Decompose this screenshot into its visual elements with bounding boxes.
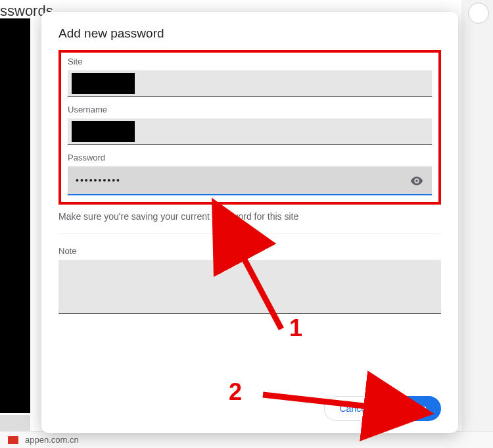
note-input[interactable]: [59, 260, 441, 314]
cancel-button[interactable]: Cancel: [324, 396, 383, 421]
divider: [59, 234, 441, 234]
footer-bar: appen.com.cn: [0, 431, 493, 448]
save-button[interactable]: Save: [391, 396, 441, 421]
note-field: Note: [59, 246, 441, 316]
helper-text: Make sure you're saving your current pas…: [59, 211, 441, 222]
site-label: Site: [68, 57, 432, 66]
favicon-icon: [8, 436, 18, 444]
password-label: Password: [68, 153, 432, 162]
dialog-buttons: Cancel Save: [324, 396, 441, 421]
site-redaction: [72, 73, 135, 94]
password-input[interactable]: [68, 166, 432, 195]
password-field: Password: [68, 153, 432, 195]
note-label: Note: [59, 246, 441, 256]
bg-right-strip: [461, 0, 493, 431]
dialog-title: Add new password: [59, 26, 441, 41]
username-label: Username: [68, 105, 432, 114]
add-password-dialog: Add new password Site Username Password: [41, 12, 458, 433]
bg-sidebar-dark: [0, 18, 30, 413]
footer-site: appen.com.cn: [25, 435, 79, 445]
username-redaction: [72, 121, 135, 142]
username-field: Username: [68, 105, 432, 145]
annotation-highlight-box: Site Username Password: [59, 50, 441, 205]
eye-icon[interactable]: [410, 174, 424, 188]
site-field: Site: [68, 57, 432, 97]
bg-avatar-circle: [468, 3, 489, 24]
